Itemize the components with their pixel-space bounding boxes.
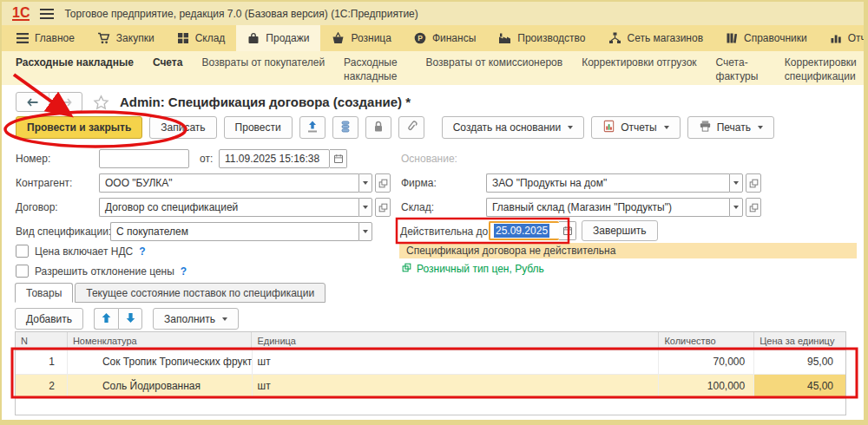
dropdown-arrow-icon[interactable] — [358, 198, 372, 217]
submenu-item-scheta[interactable]: Счета — [153, 56, 183, 85]
history-nav — [16, 92, 82, 112]
date-value[interactable]: 11.09.2025 15:16:38 — [219, 149, 330, 168]
fill-button[interactable]: Заполнить — [153, 308, 239, 330]
price-deviation-checkbox[interactable]: Разрешить отклонение цены ? — [16, 265, 187, 278]
move-up-button[interactable] — [94, 308, 118, 330]
company-open-button[interactable] — [746, 173, 761, 193]
chevron-down-icon — [568, 126, 573, 129]
dropdown-arrow-icon[interactable] — [729, 198, 743, 217]
number-input[interactable] — [99, 149, 189, 168]
price-type-link[interactable]: Розничный тип цен, Рубль — [402, 263, 544, 275]
dropdown-arrow-icon[interactable] — [729, 173, 743, 193]
menu-item-glavnoe[interactable]: Главное — [5, 25, 86, 51]
warehouse-value[interactable]: Главный склад (Магазин "Продукты") — [486, 198, 729, 217]
spec-kind-select[interactable]: С покупателем — [110, 222, 372, 241]
counterparty-open-button[interactable] — [375, 173, 391, 193]
counterparty-value[interactable]: ООО "БУЛКА" — [99, 173, 358, 193]
menu-item-prodazhi[interactable]: Продажи — [236, 25, 320, 51]
table-header: N Номенклатура Единица Количество Цена з… — [16, 332, 845, 350]
tab-postavki[interactable]: Текущее состояние поставок по спецификац… — [75, 283, 326, 303]
company-select[interactable]: ЗАО "Продукты на дом" — [486, 173, 743, 193]
submenu-item-vozvraty-pokupateley[interactable]: Возвраты от покупателей — [201, 56, 325, 85]
post-button[interactable]: Провести — [224, 116, 293, 139]
valid-until-box[interactable]: 25.09.2025 — [489, 221, 559, 240]
post-label: Провести — [235, 121, 281, 134]
col-unit[interactable]: Единица — [252, 332, 659, 350]
menu-item-otchety[interactable]: Отчеты — [819, 25, 864, 51]
menu-item-proizvodstvo[interactable]: Производство — [487, 25, 596, 51]
contract-value[interactable]: Договор со спецификацией — [99, 198, 358, 217]
submenu-item-scheta-faktury[interactable]: Счета-фактуры выданные — [716, 56, 766, 85]
menu-item-finansy[interactable]: Р Финансы — [403, 25, 487, 51]
contract-select[interactable]: Договор со спецификацией — [99, 198, 372, 217]
submenu-item-korrektirovki-specifikacii[interactable]: Корректировки спецификации договора — [785, 56, 864, 85]
submenu-item-korrektirovki-otgruzok[interactable]: Корректировки отгрузок — [582, 56, 696, 85]
help-icon[interactable]: ? — [181, 265, 187, 278]
col-price[interactable]: Цена за единицу — [754, 332, 845, 350]
move-down-button[interactable] — [118, 308, 142, 330]
valid-until-value[interactable]: 25.09.2025 — [494, 224, 549, 238]
create-based-on-button[interactable]: Создать на основании — [442, 116, 585, 139]
table-row[interactable]: 2 Соль Йодированная шт 100,000 45,00 — [16, 375, 845, 399]
cell-unit[interactable]: шт — [253, 375, 660, 398]
favorite-star-icon[interactable] — [93, 95, 109, 110]
add-row-button[interactable]: Добавить — [15, 308, 83, 330]
submenu-item-rashodnye[interactable]: Расходные накладные — [16, 56, 134, 85]
cell-price[interactable]: 95,00 — [754, 350, 845, 374]
document-structure-button[interactable] — [332, 116, 358, 139]
back-button[interactable] — [16, 93, 49, 111]
help-icon[interactable]: ? — [139, 245, 145, 258]
number-value[interactable] — [99, 149, 189, 168]
col-n[interactable]: N — [16, 332, 68, 350]
cell-quantity[interactable]: 70,000 — [659, 350, 754, 374]
table-row[interactable]: 1 Сок Тропик Тропических фрукт… шт 70,00… — [16, 350, 845, 375]
menu-item-sklad[interactable]: Склад — [166, 25, 237, 51]
checkbox-icon[interactable] — [16, 265, 29, 278]
submenu-item-rashodnye-realizaciya[interactable]: Расходные накладные на реализацию — [344, 56, 406, 85]
spec-kind-value[interactable]: С покупателем — [110, 222, 358, 241]
factory-icon — [498, 32, 511, 44]
dropdown-arrow-icon[interactable] — [358, 222, 372, 241]
lock-button[interactable] — [365, 116, 391, 139]
warehouse-open-button[interactable] — [746, 198, 761, 217]
vat-checkbox[interactable]: Цена включает НДС ? — [16, 245, 146, 258]
print-button[interactable]: Печать — [687, 116, 774, 139]
attachments-button[interactable] — [398, 116, 424, 139]
post-and-close-button[interactable]: Провести и закрыть — [16, 116, 142, 139]
dropdown-arrow-icon[interactable] — [358, 173, 372, 193]
calendar-icon[interactable] — [330, 149, 347, 168]
cell-nomenclature[interactable]: Сок Тропик Тропических фрукт… — [68, 350, 253, 374]
valid-until-input[interactable]: 25.09.2025 — [489, 221, 576, 240]
checkbox-icon[interactable] — [16, 245, 29, 258]
cell-n[interactable]: 1 — [16, 350, 68, 374]
col-nomenclature[interactable]: Номенклатура — [68, 332, 253, 350]
contract-open-button[interactable] — [375, 198, 391, 217]
menu-item-label: Продажи — [266, 32, 309, 44]
cell-nomenclature[interactable]: Соль Йодированная — [68, 375, 253, 398]
section-menubar: Главное Закупки Склад Продажи Розница Р … — [2, 25, 864, 51]
calendar-icon[interactable] — [559, 221, 576, 240]
col-quantity[interactable]: Количество — [659, 332, 754, 350]
post-document-icon-button[interactable] — [299, 116, 326, 139]
date-input[interactable]: 11.09.2025 15:16:38 — [219, 149, 347, 168]
forward-button[interactable] — [49, 93, 82, 111]
cell-unit[interactable]: шт — [253, 350, 660, 374]
menu-item-zakupki[interactable]: Закупки — [86, 25, 166, 51]
counterparty-select[interactable]: ООО "БУЛКА" — [99, 173, 372, 193]
menu-item-set-magazinov[interactable]: Сеть магазинов — [597, 25, 714, 51]
save-button[interactable]: Записать — [149, 116, 216, 139]
cell-n[interactable]: 2 — [16, 375, 68, 398]
menu-item-roznica[interactable]: Розница — [320, 25, 402, 51]
submenu-item-vozvraty-komissionerov[interactable]: Возвраты от комиссионеров — [426, 56, 563, 85]
contract-label: Договор: — [16, 198, 58, 217]
company-value[interactable]: ЗАО "Продукты на дом" — [486, 173, 729, 193]
warehouse-select[interactable]: Главный склад (Магазин "Продукты") — [486, 198, 743, 217]
hamburger-menu-icon[interactable] — [40, 9, 54, 19]
reports-button[interactable]: Отчеты — [591, 116, 680, 139]
menu-item-label: Главное — [35, 32, 75, 44]
menu-item-spravochniki[interactable]: Справочники — [714, 25, 819, 51]
cell-quantity[interactable]: 100,000 — [659, 375, 754, 398]
cell-price-selected[interactable]: 45,00 — [754, 375, 845, 398]
finish-button[interactable]: Завершить — [582, 220, 658, 241]
tab-tovary[interactable]: Товары — [15, 283, 73, 303]
